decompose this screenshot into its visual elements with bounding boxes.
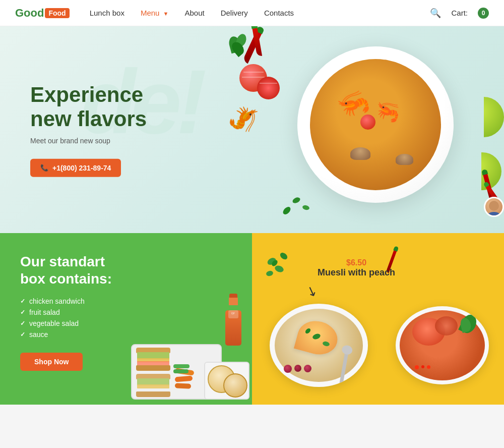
muesli-bowl: [270, 304, 368, 387]
soup-tomato: [360, 115, 375, 130]
hero-subtitle: Meet our brand new soup: [30, 136, 181, 144]
avatar-head: [489, 201, 499, 211]
green-panel-title: Our standart box contains:: [20, 253, 131, 287]
shrimp-deco-outside: 🦐: [225, 98, 264, 139]
main-nav: Lunch box Menu ▼ About Delivery Contacts: [90, 9, 430, 17]
nav-delivery[interactable]: Delivery: [221, 9, 248, 17]
hero-title: Experience new flavors: [30, 83, 181, 132]
red-dots: [415, 365, 430, 369]
cart-label: Cart:: [451, 9, 468, 17]
hero-phone-button[interactable]: 📞 +1(800) 231-89-74: [30, 158, 121, 177]
menu-dropdown-arrow: ▼: [163, 11, 169, 17]
soup-mushroom-2: [396, 154, 413, 165]
yellow-herb-4: [279, 251, 288, 261]
cart-count-badge[interactable]: 0: [478, 8, 489, 19]
check-icon-3: ✓: [20, 320, 25, 327]
avatar: [484, 197, 504, 217]
bottle-neck: [229, 298, 238, 305]
hero-section: de! Experience new flavors Meet our bran…: [0, 26, 504, 233]
soup-shrimp-2: 🦐: [373, 96, 403, 126]
phone-icon: 📞: [40, 164, 48, 172]
header: Good Food Lunch box Menu ▼ About Deliver…: [0, 0, 504, 26]
berries: [284, 365, 311, 373]
salmon-topping-2: [435, 316, 458, 335]
yellow-herb-5: [266, 270, 274, 276]
plate: 🦐 🦐: [297, 46, 454, 203]
check-icon-2: ✓: [20, 309, 25, 316]
apple-box: [204, 362, 249, 400]
yellow-herb-2: [274, 264, 284, 273]
hero-image-area: 🦐 🦐 🦐: [192, 26, 504, 233]
lime-deco-1: [464, 97, 504, 137]
muesli-bowl-container: [270, 304, 378, 392]
price-tag-muesli: $6.50 Muesli with peach: [318, 258, 395, 278]
check-icon-4: ✓: [20, 331, 25, 338]
tomato-deco-2: [257, 77, 280, 99]
hero-content: Experience new flavors Meet our brand ne…: [30, 83, 181, 177]
soup-bowl: 🦐 🦐: [310, 59, 441, 190]
spoon: [339, 352, 349, 387]
nav-about[interactable]: About: [184, 9, 204, 17]
muesli-content: [275, 309, 363, 382]
curved-arrow-1: ↙: [304, 282, 320, 301]
search-button[interactable]: 🔍: [430, 8, 441, 19]
header-right: 🔍 Cart: 0: [430, 8, 489, 19]
salmon-content: [400, 310, 485, 380]
scatter-leaf-3: [282, 205, 292, 216]
salmon-bowl: [396, 306, 489, 384]
shop-now-button[interactable]: Shop Now: [20, 353, 83, 371]
bottle: GF: [224, 294, 242, 344]
yellow-panel: $6.50 Muesli with peach ↙: [252, 233, 504, 405]
muesli-price: $6.50: [318, 258, 395, 267]
nav-contacts[interactable]: Contacts: [264, 9, 294, 17]
soup-mushroom-1: [350, 147, 370, 160]
check-icon-1: ✓: [20, 298, 25, 305]
search-icon: 🔍: [430, 8, 441, 18]
nav-menu[interactable]: Menu ▼: [141, 9, 169, 17]
nav-lunchbox[interactable]: Lunch box: [90, 9, 124, 17]
logo-good-text: Good: [15, 7, 44, 20]
muesli-name: Muesli with peach: [318, 267, 395, 278]
sandwich-stack: [136, 348, 171, 399]
cucumber-slices: [173, 364, 190, 373]
bottle-cap: [229, 294, 237, 298]
salmon-bowl-container: [396, 306, 496, 389]
hero-phone-number: +1(800) 231-89-74: [52, 163, 111, 172]
lunchbox-illustration: GF: [126, 289, 252, 400]
main-plate-container: 🦐 🦐: [297, 41, 464, 208]
logo-food-badge: Food: [45, 8, 69, 18]
green-panel: Our standart box contains: ✓ chicken san…: [0, 233, 252, 405]
logo[interactable]: Good Food: [15, 7, 70, 20]
bottle-body: GF: [225, 310, 241, 346]
bottom-panels: Our standart box contains: ✓ chicken san…: [0, 233, 504, 405]
